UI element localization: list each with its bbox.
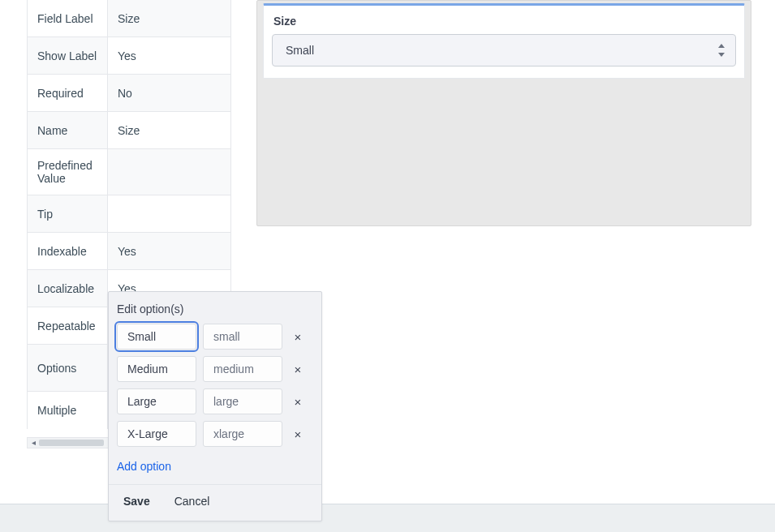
- prop-label: Repeatable: [28, 307, 108, 344]
- save-button[interactable]: Save: [123, 495, 150, 508]
- option-row: ×: [117, 421, 313, 447]
- option-value-input[interactable]: [203, 421, 282, 447]
- prop-label: Show Label: [28, 37, 108, 74]
- delete-option-icon[interactable]: ×: [291, 329, 305, 344]
- option-value-input[interactable]: [203, 324, 282, 350]
- option-value-input[interactable]: [203, 356, 282, 382]
- add-option-link[interactable]: Add option: [117, 460, 171, 473]
- prop-value[interactable]: No: [108, 75, 230, 111]
- prop-row-indexable: Indexable Yes: [28, 233, 230, 270]
- prop-label: Predefined Value: [28, 149, 108, 195]
- delete-option-icon[interactable]: ×: [291, 362, 305, 376]
- prop-label: Required: [28, 75, 108, 111]
- scrollbar-thumb[interactable]: [39, 440, 104, 446]
- option-label-input[interactable]: [117, 356, 196, 382]
- edit-options-popover: Edit option(s) × × × × Add option Save C…: [108, 291, 322, 521]
- preview-field-title: Size: [273, 15, 736, 28]
- chevron-up-down-icon: [716, 44, 727, 57]
- option-row: ×: [117, 356, 313, 382]
- delete-option-icon[interactable]: ×: [291, 427, 305, 441]
- option-label-input[interactable]: [117, 421, 196, 447]
- size-select[interactable]: Small: [272, 34, 736, 66]
- prop-row-predefined-value: Predefined Value: [28, 149, 230, 195]
- option-row: ×: [117, 388, 313, 414]
- prop-row-tip: Tip: [28, 195, 230, 233]
- delete-option-icon[interactable]: ×: [291, 394, 305, 409]
- cancel-button[interactable]: Cancel: [174, 495, 210, 508]
- scroll-left-icon[interactable]: ◂: [28, 438, 38, 448]
- prop-value[interactable]: Size: [108, 112, 230, 148]
- prop-label: Options: [28, 345, 108, 391]
- prop-row-required: Required No: [28, 75, 230, 112]
- prop-value[interactable]: [108, 195, 230, 232]
- prop-label: Localizable: [28, 270, 108, 307]
- prop-value[interactable]: Yes: [108, 233, 230, 269]
- prop-label: Multiple: [28, 392, 108, 429]
- prop-label: Name: [28, 112, 108, 148]
- prop-row-name: Name Size: [28, 112, 230, 149]
- prop-row-field-label: Field Label Size: [28, 0, 230, 37]
- prop-row-show-label: Show Label Yes: [28, 37, 230, 75]
- prop-label: Field Label: [28, 0, 108, 36]
- preview-field-card[interactable]: Size Small: [263, 3, 745, 79]
- option-label-input[interactable]: [117, 324, 196, 350]
- prop-value[interactable]: Yes: [108, 37, 230, 74]
- popover-title: Edit option(s): [117, 302, 313, 315]
- prop-label: Tip: [28, 195, 108, 232]
- form-preview: Size Small: [256, 0, 751, 226]
- prop-value[interactable]: Size: [108, 0, 230, 36]
- size-select-value: Small: [286, 44, 314, 57]
- prop-label: Indexable: [28, 233, 108, 269]
- option-label-input[interactable]: [117, 388, 196, 414]
- option-row: ×: [117, 324, 313, 350]
- option-value-input[interactable]: [203, 388, 282, 414]
- prop-value[interactable]: [108, 149, 230, 195]
- popover-actions: Save Cancel: [109, 484, 321, 521]
